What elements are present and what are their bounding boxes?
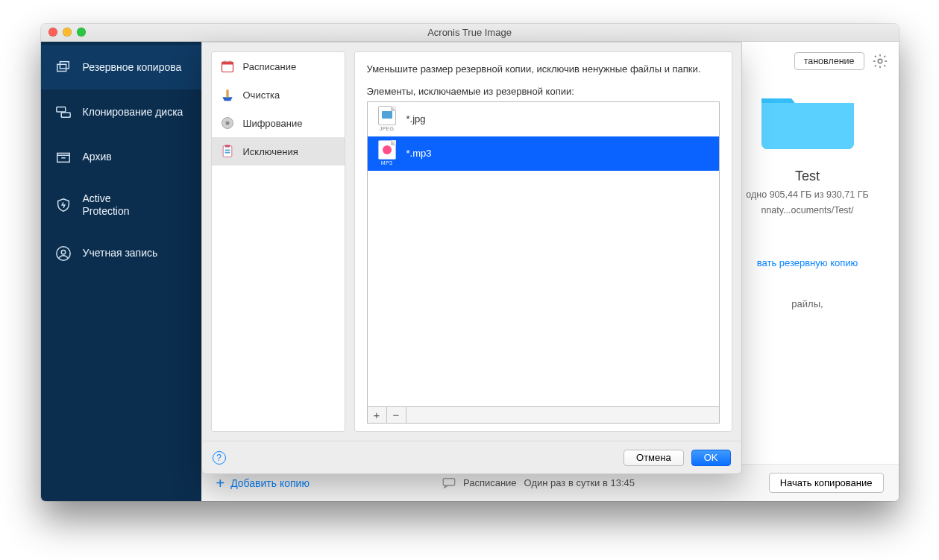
settings-tab-label: Очистка bbox=[243, 89, 280, 101]
exclusion-row[interactable]: MP3 *.mp3 bbox=[368, 136, 719, 171]
create-backup-link[interactable]: вать резервную копию bbox=[757, 257, 858, 268]
exclusions-list-label: Элементы, исключаемые из резервной копии… bbox=[367, 86, 720, 97]
schedule-value: Один раз в сутки в 13:45 bbox=[524, 477, 635, 488]
window-controls bbox=[48, 28, 86, 37]
settings-tab-encryption[interactable]: Шифрование bbox=[212, 109, 345, 137]
sidebar-item-label: Учетная запись bbox=[83, 247, 158, 259]
exclusions-list[interactable]: JPEG *.jpg MP3 *.mp3 bbox=[367, 101, 720, 407]
file-type-caption: MP3 bbox=[381, 160, 392, 166]
disk-clone-icon bbox=[54, 103, 72, 121]
svg-rect-19 bbox=[224, 145, 230, 147]
sidebar-item-label: Клонирование диска bbox=[83, 106, 183, 119]
svg-rect-15 bbox=[226, 89, 228, 97]
svg-point-13 bbox=[224, 60, 225, 62]
sidebar-item-account[interactable]: Учетная запись bbox=[41, 231, 201, 276]
cancel-button[interactable]: Отмена bbox=[624, 450, 684, 466]
calendar-icon bbox=[219, 58, 236, 75]
clipboard-icon bbox=[219, 143, 236, 160]
zoom-window[interactable] bbox=[77, 28, 86, 37]
settings-sidebar: Расписание Очистка Шифрование bbox=[211, 51, 345, 432]
archive-icon bbox=[54, 148, 72, 166]
restore-segment-button[interactable]: тановление bbox=[794, 52, 864, 70]
settings-tab-schedule[interactable]: Расписание bbox=[212, 52, 345, 81]
brush-icon bbox=[219, 86, 236, 103]
destination-free: одно 905,44 ГБ из 930,71 ГБ bbox=[746, 189, 868, 201]
sidebar-item-label: Резервное копирова bbox=[83, 61, 182, 74]
shield-bolt-icon bbox=[54, 196, 72, 214]
sidebar-item-label: Архив bbox=[83, 151, 112, 163]
svg-rect-3 bbox=[61, 113, 70, 117]
folder-icon bbox=[756, 81, 860, 155]
schedule-info[interactable]: Расписание Один раз в сутки в 13:45 bbox=[442, 477, 635, 488]
svg-point-8 bbox=[61, 250, 66, 254]
svg-point-14 bbox=[229, 60, 230, 62]
sidebar-item-active-protection[interactable]: Active Protection bbox=[41, 179, 201, 231]
sidebar-item-archive[interactable]: Архив bbox=[41, 134, 201, 179]
destination-panel: Test одно 905,44 ГБ из 930,71 ГБ nnaty..… bbox=[733, 81, 882, 309]
remove-exclusion-button[interactable]: − bbox=[387, 407, 406, 423]
settings-tab-exclusions[interactable]: Исключения bbox=[212, 137, 345, 166]
minimize-window[interactable] bbox=[63, 28, 72, 37]
add-exclusion-button[interactable]: + bbox=[368, 407, 387, 423]
settings-tab-label: Исключения bbox=[243, 146, 298, 157]
settings-gear-icon[interactable] bbox=[872, 53, 888, 69]
exclusions-panel: Уменьшите размер резервной копии, исключ… bbox=[354, 51, 732, 432]
toolbar-right: тановление bbox=[794, 52, 888, 70]
ok-button[interactable]: OK bbox=[691, 450, 731, 466]
svg-rect-1 bbox=[60, 62, 69, 69]
schedule-label: Расписание bbox=[463, 477, 517, 488]
destination-path: nnaty...ocuments/Test/ bbox=[761, 205, 853, 215]
exclusion-pattern: *.jpg bbox=[406, 113, 426, 125]
file-type-caption: JPEG bbox=[380, 126, 394, 131]
titlebar[interactable]: Acronis True Image bbox=[41, 24, 899, 42]
stack-icon bbox=[54, 58, 72, 76]
settings-tab-cleanup[interactable]: Очистка bbox=[212, 81, 345, 109]
close-window[interactable] bbox=[48, 28, 57, 37]
chat-icon bbox=[442, 478, 456, 488]
add-copy-label: Добавить копию bbox=[230, 477, 310, 489]
svg-rect-2 bbox=[56, 107, 65, 112]
exclusion-add-remove: + − bbox=[367, 407, 720, 424]
help-icon[interactable]: ? bbox=[213, 451, 226, 465]
destination-name: Test bbox=[795, 169, 820, 184]
disc-lock-icon bbox=[219, 115, 236, 131]
sidebar-item-backup[interactable]: Резервное копирова bbox=[41, 45, 201, 89]
app-window: Acronis True Image Резервное копирова Кл… bbox=[41, 24, 899, 501]
svg-rect-12 bbox=[222, 62, 233, 64]
sidebar-item-clone[interactable]: Клонирование диска bbox=[41, 89, 201, 134]
settings-sheet: Расписание Очистка Шифрование bbox=[201, 42, 742, 474]
window-title: Acronis True Image bbox=[427, 27, 512, 38]
user-icon bbox=[54, 245, 72, 262]
exclusion-row[interactable]: JPEG *.jpg bbox=[368, 102, 719, 136]
svg-point-7 bbox=[56, 246, 69, 259]
sheet-footer: ? Отмена OK bbox=[202, 441, 741, 474]
sidebar: Резервное копирова Клонирование диска Ар… bbox=[41, 42, 201, 501]
svg-rect-18 bbox=[223, 146, 232, 157]
settings-tab-label: Шифрование bbox=[243, 118, 303, 129]
svg-point-9 bbox=[878, 59, 882, 63]
svg-rect-0 bbox=[57, 64, 66, 71]
plus-icon: + bbox=[216, 476, 225, 491]
add-copy-button[interactable]: + Добавить копию bbox=[216, 476, 310, 491]
sidebar-item-label: Active Protection bbox=[83, 192, 130, 218]
file-type-icon: MP3 bbox=[377, 140, 398, 166]
destination-note: райлы, bbox=[791, 298, 823, 309]
start-backup-button[interactable]: Начать копирование bbox=[769, 473, 884, 493]
settings-tab-label: Расписание bbox=[243, 61, 297, 72]
svg-rect-10 bbox=[443, 478, 455, 485]
exclusion-pattern: *.mp3 bbox=[406, 148, 432, 159]
file-type-icon: JPEG bbox=[377, 106, 398, 131]
exclusions-hint: Уменьшите размер резервной копии, исключ… bbox=[367, 63, 720, 77]
svg-point-17 bbox=[225, 122, 229, 125]
